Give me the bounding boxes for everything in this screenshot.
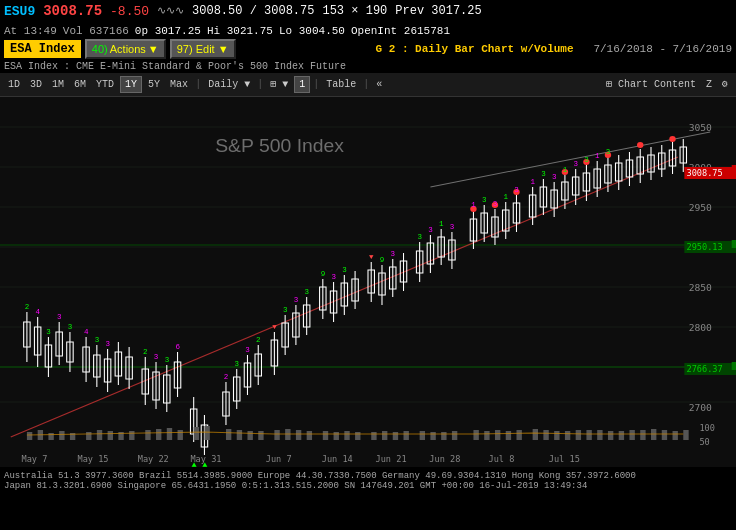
tb-1y[interactable]: 1Y <box>120 76 142 93</box>
edit-button[interactable]: 97) Edit ▼ <box>170 39 236 59</box>
svg-rect-213 <box>441 432 446 440</box>
svg-text:3: 3 <box>493 200 498 208</box>
actions-dropdown-icon: ▼ <box>148 43 159 55</box>
svg-rect-206 <box>355 432 360 440</box>
svg-text:1: 1 <box>563 166 568 174</box>
svg-text:3: 3 <box>105 340 110 348</box>
tb-3d[interactable]: 3D <box>26 77 46 92</box>
svg-rect-184 <box>86 432 91 440</box>
svg-text:1: 1 <box>471 201 476 209</box>
tb-settings[interactable]: ⚙ <box>718 76 732 92</box>
svg-rect-215 <box>473 430 478 440</box>
svg-text:May 7: May 7 <box>22 454 48 464</box>
tb-daily[interactable]: Daily ▼ <box>204 77 254 92</box>
time-value: 13:49 <box>24 25 57 37</box>
second-bar: At 13:49 Vol 637166 0p 3017.25 Hi 3021.7… <box>0 24 736 38</box>
svg-rect-219 <box>516 430 521 440</box>
svg-text:Jul 8: Jul 8 <box>489 454 515 464</box>
svg-rect-194 <box>204 426 209 440</box>
svg-text:Jun 21: Jun 21 <box>376 454 407 464</box>
svg-rect-199 <box>274 430 279 440</box>
svg-rect-189 <box>145 430 150 440</box>
svg-rect-225 <box>586 430 591 440</box>
tb-6m[interactable]: 6M <box>70 77 90 92</box>
svg-rect-233 <box>673 431 678 440</box>
vol-value: 637166 <box>89 25 129 37</box>
svg-text:3: 3 <box>552 173 557 181</box>
svg-rect-204 <box>334 432 339 440</box>
svg-text:100: 100 <box>699 423 715 433</box>
svg-text:Jun 14: Jun 14 <box>322 454 353 464</box>
chart-type-label: G 2 : Daily Bar Chart w/Volume 7/16/2018… <box>376 43 732 55</box>
bid-ask: 3008.50 / 3008.75 <box>192 3 314 20</box>
actions-count: 40) <box>92 43 108 55</box>
svg-text:2: 2 <box>143 348 148 356</box>
actions-button[interactable]: 40) Actions ▼ <box>85 39 166 59</box>
tb-table[interactable]: Table <box>322 77 360 92</box>
svg-text:2: 2 <box>224 373 229 381</box>
svg-text:2766.37: 2766.37 <box>687 364 723 374</box>
svg-rect-188 <box>129 431 134 440</box>
tb-1d[interactable]: 1D <box>4 77 24 92</box>
svg-text:3: 3 <box>331 273 336 281</box>
chart-label-bar: ESA Index : CME E-Mini Standard & Poor's… <box>0 60 736 73</box>
svg-text:9: 9 <box>321 270 326 278</box>
svg-text:3: 3 <box>57 313 62 321</box>
tb-z[interactable]: Z <box>702 77 716 92</box>
svg-text:2: 2 <box>25 303 30 311</box>
svg-text:1: 1 <box>439 220 444 228</box>
svg-rect-179 <box>27 432 32 440</box>
tb-max[interactable]: Max <box>166 77 192 92</box>
svg-text:6: 6 <box>175 343 180 351</box>
svg-rect-193 <box>194 427 199 440</box>
svg-rect-221 <box>543 430 548 440</box>
svg-rect-211 <box>420 431 425 440</box>
svg-rect-218 <box>506 431 511 440</box>
svg-rect-232 <box>662 430 667 440</box>
price-main: 3008.75 <box>43 2 102 22</box>
tb-5y[interactable]: 5Y <box>144 77 164 92</box>
svg-rect-230 <box>640 430 645 440</box>
svg-text:3: 3 <box>417 233 422 241</box>
svg-text:4: 4 <box>36 308 41 316</box>
svg-text:9: 9 <box>380 256 385 264</box>
symbol: ESU9 <box>4 3 35 21</box>
svg-rect-207 <box>371 432 376 440</box>
toolbar: 1D 3D 1M 6M YTD 1Y 5Y Max | Daily ▼ | ⊞ … <box>0 73 736 97</box>
svg-text:3: 3 <box>294 296 299 304</box>
svg-rect-229 <box>629 430 634 440</box>
svg-rect-208 <box>382 431 387 440</box>
svg-text:3: 3 <box>95 336 100 344</box>
svg-rect-262 <box>732 240 736 248</box>
svg-rect-185 <box>97 430 102 440</box>
svg-text:2950: 2950 <box>689 202 713 213</box>
svg-text:3: 3 <box>428 226 433 234</box>
svg-rect-203 <box>323 431 328 440</box>
svg-rect-210 <box>404 431 409 440</box>
tb-1m[interactable]: 1M <box>48 77 68 92</box>
svg-text:3: 3 <box>305 288 310 296</box>
svg-rect-196 <box>237 430 242 440</box>
svg-rect-214 <box>452 431 457 440</box>
edit-count: 97 <box>177 43 189 55</box>
prev-label: Prev 3017.25 <box>395 3 481 20</box>
svg-text:3: 3 <box>574 160 579 168</box>
svg-rect-220 <box>533 429 538 440</box>
svg-rect-212 <box>430 432 435 440</box>
svg-text:2700: 2700 <box>689 402 713 413</box>
svg-rect-216 <box>484 431 489 440</box>
svg-rect-261 <box>732 165 736 177</box>
svg-text:3: 3 <box>541 170 546 178</box>
tb-collapse[interactable]: « <box>372 77 386 92</box>
tb-ytd[interactable]: YTD <box>92 77 118 92</box>
svg-text:4: 4 <box>84 328 89 336</box>
tb-chart-type[interactable]: ⊞ ▼ <box>266 76 292 92</box>
svg-text:3: 3 <box>235 360 240 368</box>
status-bar: Australia 51.3 3977.3600 Brazil 5514.398… <box>0 467 736 495</box>
tb-chart-content[interactable]: ⊞ Chart Content <box>602 76 700 92</box>
tb-indicator[interactable]: 1 <box>294 76 310 93</box>
lo-value: Lo 3004.50 <box>279 25 345 37</box>
svg-text:3: 3 <box>283 306 288 314</box>
chart-area: S&P 500 Index 2 4 3 3 3 <box>0 97 736 467</box>
svg-rect-227 <box>608 431 613 440</box>
